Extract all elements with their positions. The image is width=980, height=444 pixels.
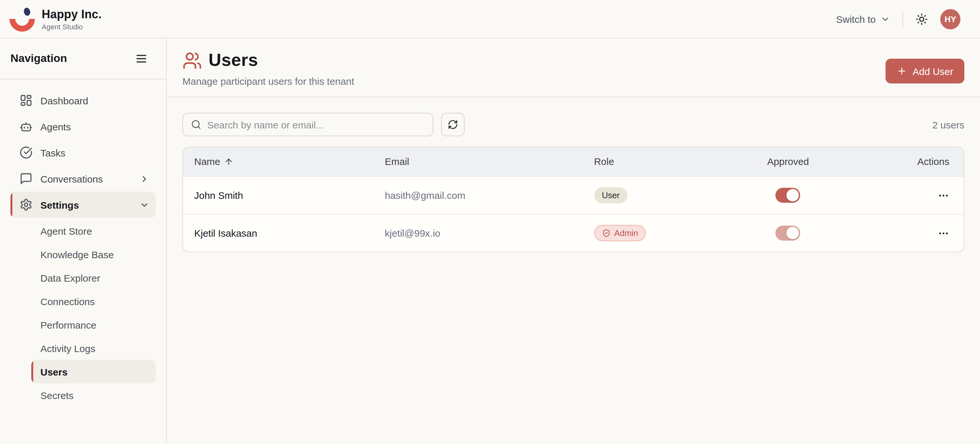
table-header-row: Name Email Role Approved Actions xyxy=(183,147,964,176)
brand: Happy Inc. Agent Studio xyxy=(42,8,102,30)
menu-icon[interactable] xyxy=(135,52,148,65)
sidebar-item-knowledge-base[interactable]: Knowledge Base xyxy=(10,243,156,266)
column-header-role: Role xyxy=(584,147,718,176)
page-title: Users xyxy=(208,50,258,70)
sidebar-item-secrets[interactable]: Secrets xyxy=(10,383,156,407)
column-header-name[interactable]: Name xyxy=(183,147,374,176)
sidebar: Navigation Dashboard Agents xyxy=(0,38,167,444)
toolbar: 2 users xyxy=(167,97,980,136)
page-subtitle: Manage participant users for this tenant xyxy=(183,76,354,87)
search-box xyxy=(183,113,433,136)
sidebar-item-label: Tasks xyxy=(40,147,65,158)
ellipsis-icon xyxy=(938,228,950,239)
app-window: Happy Inc. Agent Studio Switch to HY Nav… xyxy=(0,0,980,444)
refresh-button[interactable] xyxy=(441,113,465,136)
sidebar-nav: Dashboard Agents Tasks xyxy=(0,80,166,407)
sidebar-header: Navigation xyxy=(0,38,166,80)
users-icon xyxy=(183,51,202,70)
user-name: John Smith xyxy=(183,176,374,214)
dashboard-icon xyxy=(19,94,33,107)
sidebar-item-agent-store[interactable]: Agent Store xyxy=(10,219,156,243)
chevron-down-icon xyxy=(140,200,149,209)
sidebar-item-data-explorer[interactable]: Data Explorer xyxy=(10,266,156,289)
sub-item-label: Knowledge Base xyxy=(40,249,114,260)
sidebar-item-label: Conversations xyxy=(40,173,103,184)
users-table: Name Email Role Approved Actions xyxy=(183,147,964,252)
row-actions-button[interactable] xyxy=(938,225,950,239)
sub-item-label: Performance xyxy=(40,319,96,330)
column-header-email: Email xyxy=(374,147,584,176)
search-icon xyxy=(191,119,201,130)
sidebar-item-settings[interactable]: Settings xyxy=(10,192,156,218)
sidebar-item-agents[interactable]: Agents xyxy=(10,113,156,139)
sidebar-item-activity-logs[interactable]: Activity Logs xyxy=(10,336,156,360)
user-avatar[interactable]: HY xyxy=(940,9,961,29)
users-table-card: Name Email Role Approved Actions xyxy=(183,147,964,252)
user-email: kjetil@99x.io xyxy=(374,214,584,252)
sidebar-item-label: Agents xyxy=(40,121,71,132)
bot-icon xyxy=(19,120,33,133)
search-input[interactable] xyxy=(207,119,425,130)
switch-to-dropdown[interactable]: Switch to xyxy=(836,13,890,24)
circle-check-icon xyxy=(19,146,33,159)
sub-item-label: Activity Logs xyxy=(40,343,95,354)
theme-toggle-button[interactable] xyxy=(915,13,928,25)
sub-item-label: Data Explorer xyxy=(40,272,100,283)
approved-toggle[interactable] xyxy=(776,187,800,203)
sidebar-title: Navigation xyxy=(10,52,67,65)
role-label: Admin xyxy=(614,228,638,238)
sub-item-label: Secrets xyxy=(40,390,74,401)
sidebar-item-conversations[interactable]: Conversations xyxy=(10,166,156,192)
plus-icon xyxy=(897,66,907,76)
sidebar-item-connections[interactable]: Connections xyxy=(10,289,156,313)
switch-to-label: Switch to xyxy=(836,13,876,24)
table-row: Kjetil Isakasan kjetil@99x.io Admin xyxy=(183,214,964,252)
column-header-actions: Actions xyxy=(858,147,964,176)
chevron-right-icon xyxy=(140,174,149,184)
table-row: John Smith hasith@gmail.com User xyxy=(183,176,964,214)
sun-icon xyxy=(915,13,928,25)
sidebar-item-dashboard[interactable]: Dashboard xyxy=(10,87,156,113)
user-email: hasith@gmail.com xyxy=(374,176,584,214)
row-actions-button[interactable] xyxy=(938,187,950,201)
page-header: Users Manage participant users for this … xyxy=(167,38,980,87)
sub-item-label: Users xyxy=(40,366,67,377)
sidebar-item-users[interactable]: Users xyxy=(31,360,156,383)
message-square-icon xyxy=(19,172,33,185)
sidebar-item-label: Settings xyxy=(40,199,79,210)
role-label: User xyxy=(602,190,620,200)
refresh-icon xyxy=(448,119,458,130)
user-count: 2 users xyxy=(932,119,964,130)
column-header-approved: Approved xyxy=(718,147,858,176)
brand-subtitle: Agent Studio xyxy=(42,22,102,30)
sub-item-label: Connections xyxy=(40,295,95,307)
shield-check-icon xyxy=(602,229,610,237)
happy-inc-logo-icon xyxy=(9,5,35,34)
topbar-divider xyxy=(902,11,903,27)
brand-name: Happy Inc. xyxy=(42,8,102,21)
add-user-button[interactable]: Add User xyxy=(886,59,964,83)
topbar: Happy Inc. Agent Studio Switch to HY xyxy=(0,0,980,38)
user-name: Kjetil Isakasan xyxy=(183,214,374,252)
sub-item-label: Agent Store xyxy=(40,225,92,236)
sidebar-item-performance[interactable]: Performance xyxy=(10,313,156,336)
column-label: Name xyxy=(194,156,220,167)
role-badge-user: User xyxy=(594,187,627,203)
add-user-label: Add User xyxy=(913,65,953,77)
main-content: Users Manage participant users for this … xyxy=(167,38,980,444)
gear-icon xyxy=(19,198,33,211)
sort-arrow-up-icon xyxy=(224,157,233,166)
ellipsis-icon xyxy=(938,189,950,201)
sidebar-item-label: Dashboard xyxy=(40,95,88,106)
approved-toggle[interactable] xyxy=(776,225,800,241)
role-badge-admin: Admin xyxy=(594,225,646,241)
settings-submenu: Agent Store Knowledge Base Data Explorer… xyxy=(10,219,156,407)
sidebar-item-tasks[interactable]: Tasks xyxy=(10,139,156,166)
chevron-down-icon xyxy=(880,14,890,24)
